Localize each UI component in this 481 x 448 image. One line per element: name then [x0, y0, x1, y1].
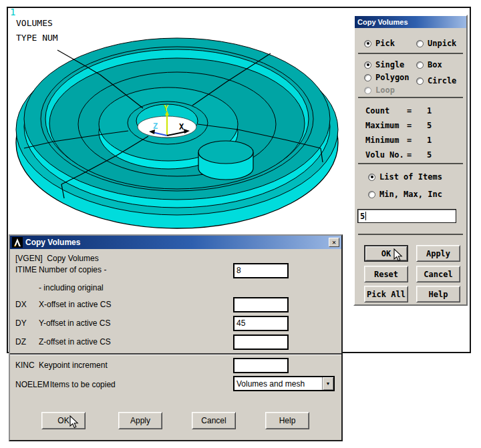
close-icon[interactable]: ✕	[329, 238, 339, 247]
copy-volumes-dialog: Copy Volumes ✕ [VGEN] Copy Volumes ITIME…	[9, 234, 343, 441]
copy-cancel-button[interactable]: Cancel	[192, 412, 236, 429]
itime-label: ITIME Number of copies -	[15, 265, 106, 274]
loop-radio-row: Loop	[364, 85, 395, 95]
dz-input[interactable]	[233, 334, 289, 350]
box-radio-label: Box	[428, 60, 442, 69]
polygon-radio-row[interactable]: Polygon	[364, 73, 410, 82]
command-label: [VGEN] Copy Volumes	[15, 254, 99, 263]
unpick-radio-row[interactable]: Unpick	[416, 39, 456, 48]
pick-dialog-titlebar[interactable]: Copy Volumes	[355, 16, 466, 28]
single-radio-row[interactable]: Single	[364, 60, 404, 69]
pick-dialog-title: Copy Volumes	[357, 18, 408, 26]
pick-apply-button[interactable]: Apply	[416, 245, 460, 262]
list-of-items-radio-row[interactable]: List of Items	[368, 172, 442, 182]
min-max-inc-label: Min, Max, Inc	[379, 190, 442, 199]
loop-radio	[364, 87, 371, 94]
pick-radio[interactable]	[364, 40, 371, 47]
separator	[358, 163, 463, 164]
copy-help-button[interactable]: Help	[265, 412, 309, 429]
chevron-down-icon[interactable]: ▼	[322, 377, 333, 390]
kinc-input[interactable]	[233, 358, 289, 373]
box-radio-row[interactable]: Box	[416, 60, 442, 69]
separator	[358, 97, 463, 98]
mouse-cursor	[393, 248, 403, 262]
noelem-label: NOELEM Items to be copied	[15, 380, 116, 389]
pick-cancel-button[interactable]: Cancel	[416, 266, 460, 282]
stat-minimum: Minimum=1	[365, 136, 432, 145]
circle-radio[interactable]	[416, 77, 424, 85]
triad-y-label: Y	[164, 103, 169, 113]
kinc-label: KINC Keypoint increment	[15, 361, 108, 370]
separator	[10, 353, 341, 355]
copy-ok-button[interactable]: OK	[41, 412, 86, 429]
list-of-items-radio[interactable]	[368, 174, 375, 181]
single-radio-label: Single	[375, 60, 404, 69]
mouse-cursor	[69, 415, 79, 429]
triad-z-label: Z	[153, 122, 158, 131]
triad-x-label: X	[179, 122, 184, 132]
pick-help-button[interactable]: Help	[416, 286, 460, 302]
dx-input[interactable]	[233, 297, 289, 312]
dz-label: DZ Z-offset in active CS	[15, 337, 111, 347]
stat-count: Count=1	[365, 106, 432, 116]
pick-list-input[interactable]: 5	[357, 209, 456, 223]
ansys-logo-icon	[12, 237, 23, 248]
copy-dialog-title: Copy Volumes	[25, 238, 80, 247]
copy-apply-button[interactable]: Apply	[118, 412, 162, 429]
copy-dialog-titlebar[interactable]: Copy Volumes ✕	[10, 236, 341, 249]
separator	[358, 53, 463, 54]
dx-label: DX X-offset in active CS	[15, 300, 112, 309]
box-radio[interactable]	[416, 61, 424, 69]
unpick-radio[interactable]	[416, 40, 424, 47]
stat-maximum: Maximum=5	[365, 121, 432, 130]
single-radio[interactable]	[364, 61, 371, 69]
separator	[358, 234, 463, 235]
circle-radio-row[interactable]: Circle	[416, 76, 456, 85]
pick-all-button[interactable]: Pick All	[364, 286, 408, 302]
stat-volu-no: Volu No.=5	[365, 150, 432, 160]
dy-input[interactable]: 45	[233, 316, 289, 331]
pick-reset-button[interactable]: Reset	[364, 266, 408, 282]
polygon-radio-label: Polygon	[375, 73, 410, 82]
min-max-inc-radio-row[interactable]: Min, Max, Inc	[368, 190, 442, 199]
noelem-dropdown[interactable]: Volumes and mesh ▼	[233, 376, 335, 391]
dy-label: DY Y-offset in active CS	[15, 318, 110, 328]
circle-radio-label: Circle	[428, 76, 456, 85]
pick-radio-label: Pick	[375, 39, 395, 48]
pick-dialog: Copy Volumes Pick Unpick Single Box Poly…	[353, 15, 468, 306]
itime-note: - including original	[39, 283, 104, 292]
min-max-inc-radio[interactable]	[368, 191, 375, 198]
pick-radio-row[interactable]: Pick	[364, 39, 395, 48]
list-of-items-label: List of Items	[379, 172, 442, 182]
itime-input[interactable]: 8	[233, 263, 289, 278]
loop-radio-label: Loop	[375, 85, 395, 95]
unpick-radio-label: Unpick	[428, 39, 456, 48]
boss-cylinder	[198, 141, 253, 180]
text-caret	[365, 212, 366, 220]
polygon-radio[interactable]	[364, 74, 371, 81]
